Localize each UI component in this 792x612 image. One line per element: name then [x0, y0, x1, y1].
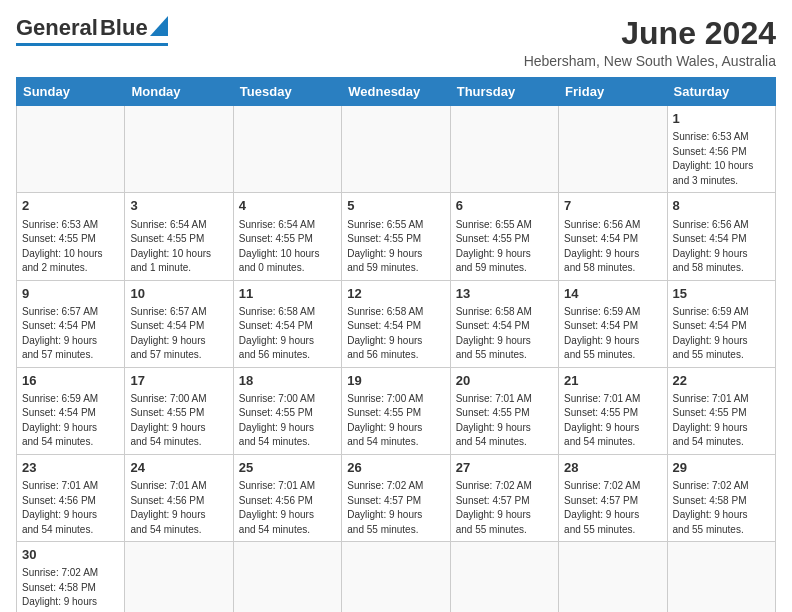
weekday-header-saturday: Saturday: [667, 78, 775, 106]
calendar-cell: [342, 542, 450, 612]
day-number: 16: [22, 372, 119, 390]
logo: General Blue: [16, 16, 168, 46]
day-info: Sunrise: 7:01 AM Sunset: 4:56 PM Dayligh…: [22, 479, 119, 537]
day-number: 28: [564, 459, 661, 477]
weekday-header-monday: Monday: [125, 78, 233, 106]
calendar-cell: 22Sunrise: 7:01 AM Sunset: 4:55 PM Dayli…: [667, 367, 775, 454]
day-number: 18: [239, 372, 336, 390]
calendar-cell: 10Sunrise: 6:57 AM Sunset: 4:54 PM Dayli…: [125, 280, 233, 367]
weekday-header-friday: Friday: [559, 78, 667, 106]
day-number: 4: [239, 197, 336, 215]
calendar-cell: 8Sunrise: 6:56 AM Sunset: 4:54 PM Daylig…: [667, 193, 775, 280]
calendar-week-row: 2Sunrise: 6:53 AM Sunset: 4:55 PM Daylig…: [17, 193, 776, 280]
calendar-cell: 14Sunrise: 6:59 AM Sunset: 4:54 PM Dayli…: [559, 280, 667, 367]
day-info: Sunrise: 6:54 AM Sunset: 4:55 PM Dayligh…: [130, 218, 227, 276]
calendar-week-row: 1Sunrise: 6:53 AM Sunset: 4:56 PM Daylig…: [17, 106, 776, 193]
calendar-week-row: 16Sunrise: 6:59 AM Sunset: 4:54 PM Dayli…: [17, 367, 776, 454]
day-info: Sunrise: 6:53 AM Sunset: 4:56 PM Dayligh…: [673, 130, 770, 188]
calendar-cell: [125, 106, 233, 193]
weekday-header-row: SundayMondayTuesdayWednesdayThursdayFrid…: [17, 78, 776, 106]
day-number: 9: [22, 285, 119, 303]
day-info: Sunrise: 7:00 AM Sunset: 4:55 PM Dayligh…: [347, 392, 444, 450]
calendar-cell: [559, 106, 667, 193]
day-info: Sunrise: 7:00 AM Sunset: 4:55 PM Dayligh…: [130, 392, 227, 450]
header: General Blue June 2024 Hebersham, New So…: [16, 16, 776, 69]
calendar-cell: 17Sunrise: 7:00 AM Sunset: 4:55 PM Dayli…: [125, 367, 233, 454]
logo-triangle-icon: [150, 16, 168, 40]
day-info: Sunrise: 7:02 AM Sunset: 4:58 PM Dayligh…: [673, 479, 770, 537]
calendar-week-row: 30Sunrise: 7:02 AM Sunset: 4:58 PM Dayli…: [17, 542, 776, 612]
day-number: 11: [239, 285, 336, 303]
day-info: Sunrise: 6:57 AM Sunset: 4:54 PM Dayligh…: [22, 305, 119, 363]
calendar-week-row: 23Sunrise: 7:01 AM Sunset: 4:56 PM Dayli…: [17, 454, 776, 541]
calendar-cell: 29Sunrise: 7:02 AM Sunset: 4:58 PM Dayli…: [667, 454, 775, 541]
day-number: 7: [564, 197, 661, 215]
day-info: Sunrise: 6:57 AM Sunset: 4:54 PM Dayligh…: [130, 305, 227, 363]
day-info: Sunrise: 7:01 AM Sunset: 4:56 PM Dayligh…: [239, 479, 336, 537]
day-info: Sunrise: 7:02 AM Sunset: 4:58 PM Dayligh…: [22, 566, 119, 612]
day-number: 29: [673, 459, 770, 477]
calendar-cell: [450, 542, 558, 612]
calendar-cell: 30Sunrise: 7:02 AM Sunset: 4:58 PM Dayli…: [17, 542, 125, 612]
calendar-cell: 19Sunrise: 7:00 AM Sunset: 4:55 PM Dayli…: [342, 367, 450, 454]
calendar-cell: 5Sunrise: 6:55 AM Sunset: 4:55 PM Daylig…: [342, 193, 450, 280]
logo-underline: [16, 43, 168, 46]
day-info: Sunrise: 6:59 AM Sunset: 4:54 PM Dayligh…: [22, 392, 119, 450]
calendar-cell: 28Sunrise: 7:02 AM Sunset: 4:57 PM Dayli…: [559, 454, 667, 541]
day-number: 3: [130, 197, 227, 215]
day-info: Sunrise: 6:55 AM Sunset: 4:55 PM Dayligh…: [456, 218, 553, 276]
day-info: Sunrise: 6:53 AM Sunset: 4:55 PM Dayligh…: [22, 218, 119, 276]
day-info: Sunrise: 7:01 AM Sunset: 4:55 PM Dayligh…: [456, 392, 553, 450]
calendar-cell: [233, 542, 341, 612]
weekday-header-sunday: Sunday: [17, 78, 125, 106]
day-info: Sunrise: 7:01 AM Sunset: 4:55 PM Dayligh…: [673, 392, 770, 450]
day-number: 30: [22, 546, 119, 564]
day-info: Sunrise: 6:55 AM Sunset: 4:55 PM Dayligh…: [347, 218, 444, 276]
weekday-header-thursday: Thursday: [450, 78, 558, 106]
logo-blue-text: Blue: [100, 17, 148, 39]
calendar-cell: 21Sunrise: 7:01 AM Sunset: 4:55 PM Dayli…: [559, 367, 667, 454]
calendar-cell: 18Sunrise: 7:00 AM Sunset: 4:55 PM Dayli…: [233, 367, 341, 454]
day-info: Sunrise: 6:59 AM Sunset: 4:54 PM Dayligh…: [673, 305, 770, 363]
logo-general-text: General: [16, 17, 98, 39]
day-info: Sunrise: 6:56 AM Sunset: 4:54 PM Dayligh…: [564, 218, 661, 276]
day-number: 21: [564, 372, 661, 390]
calendar-table: SundayMondayTuesdayWednesdayThursdayFrid…: [16, 77, 776, 612]
calendar-cell: [450, 106, 558, 193]
calendar-cell: 11Sunrise: 6:58 AM Sunset: 4:54 PM Dayli…: [233, 280, 341, 367]
calendar-cell: 3Sunrise: 6:54 AM Sunset: 4:55 PM Daylig…: [125, 193, 233, 280]
calendar-cell: 6Sunrise: 6:55 AM Sunset: 4:55 PM Daylig…: [450, 193, 558, 280]
day-number: 24: [130, 459, 227, 477]
day-info: Sunrise: 7:02 AM Sunset: 4:57 PM Dayligh…: [347, 479, 444, 537]
calendar-cell: [342, 106, 450, 193]
calendar-cell: 24Sunrise: 7:01 AM Sunset: 4:56 PM Dayli…: [125, 454, 233, 541]
day-number: 5: [347, 197, 444, 215]
location-subtitle: Hebersham, New South Wales, Australia: [524, 53, 776, 69]
day-info: Sunrise: 7:02 AM Sunset: 4:57 PM Dayligh…: [456, 479, 553, 537]
calendar-week-row: 9Sunrise: 6:57 AM Sunset: 4:54 PM Daylig…: [17, 280, 776, 367]
day-number: 17: [130, 372, 227, 390]
calendar-cell: 15Sunrise: 6:59 AM Sunset: 4:54 PM Dayli…: [667, 280, 775, 367]
day-info: Sunrise: 6:58 AM Sunset: 4:54 PM Dayligh…: [239, 305, 336, 363]
day-number: 27: [456, 459, 553, 477]
day-info: Sunrise: 7:01 AM Sunset: 4:56 PM Dayligh…: [130, 479, 227, 537]
calendar-cell: [667, 542, 775, 612]
day-info: Sunrise: 6:59 AM Sunset: 4:54 PM Dayligh…: [564, 305, 661, 363]
day-number: 26: [347, 459, 444, 477]
day-number: 25: [239, 459, 336, 477]
day-number: 20: [456, 372, 553, 390]
day-info: Sunrise: 7:01 AM Sunset: 4:55 PM Dayligh…: [564, 392, 661, 450]
title-area: June 2024 Hebersham, New South Wales, Au…: [524, 16, 776, 69]
calendar-cell: 26Sunrise: 7:02 AM Sunset: 4:57 PM Dayli…: [342, 454, 450, 541]
weekday-header-tuesday: Tuesday: [233, 78, 341, 106]
day-number: 23: [22, 459, 119, 477]
day-number: 13: [456, 285, 553, 303]
day-info: Sunrise: 6:58 AM Sunset: 4:54 PM Dayligh…: [456, 305, 553, 363]
calendar-cell: 1Sunrise: 6:53 AM Sunset: 4:56 PM Daylig…: [667, 106, 775, 193]
day-info: Sunrise: 6:56 AM Sunset: 4:54 PM Dayligh…: [673, 218, 770, 276]
calendar-cell: 20Sunrise: 7:01 AM Sunset: 4:55 PM Dayli…: [450, 367, 558, 454]
calendar-cell: 4Sunrise: 6:54 AM Sunset: 4:55 PM Daylig…: [233, 193, 341, 280]
calendar-cell: [559, 542, 667, 612]
calendar-cell: 13Sunrise: 6:58 AM Sunset: 4:54 PM Dayli…: [450, 280, 558, 367]
day-number: 12: [347, 285, 444, 303]
